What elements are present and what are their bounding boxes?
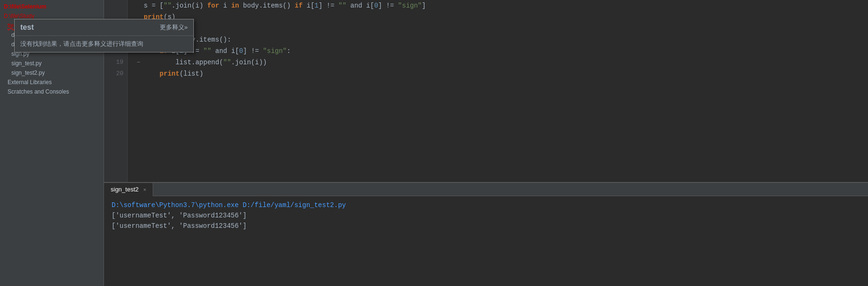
code-line-list-init: list = []: [135, 23, 860, 34]
bottom-tabs: sign_test2 ×: [104, 183, 868, 196]
dropdown-no-result: 没有找到结果，请点击更多释义进行详细查询: [20, 40, 143, 47]
main-container: D:\file\Selenium D:\file\Study ttest dat…: [0, 0, 868, 286]
tab-sign-test2-label: sign_test2: [111, 186, 139, 193]
fold-btn-19[interactable]: —: [135, 59, 142, 66]
dropdown-body: 没有找到结果，请点击更多释义进行详细查询: [15, 36, 193, 52]
code-line-19: — list.append("".join(i)): [135, 57, 860, 68]
sidebar-item-external-libraries[interactable]: External Libraries: [0, 78, 104, 87]
sidebar-item-sign-test-py[interactable]: sign_test.py: [0, 59, 104, 68]
dropdown-more-link[interactable]: 更多释义»: [160, 23, 188, 32]
code-content[interactable]: s = ["".join(i) for i in body.items() if…: [128, 0, 868, 182]
code-line-s: s = ["".join(i) for i in body.items() if…: [135, 0, 860, 11]
tab-sign-test2[interactable]: sign_test2 ×: [104, 183, 153, 196]
code-line-prints: print(s): [135, 11, 860, 23]
editor-area: 17 18 19 20 s = ["".join(i) for i in bod…: [104, 0, 868, 182]
sidebar: D:\file\Selenium D:\file\Study ttest dat…: [0, 0, 104, 286]
code-line-18: if i[1] != "" and i[0] != "sign":: [135, 45, 860, 57]
bottom-panel: sign_test2 × D:\software\Python3.7\pytho…: [104, 182, 868, 286]
terminal-output-2: ['usernameTest', 'Password123456']: [112, 222, 247, 230]
code-line-20: print(list): [135, 68, 860, 79]
terminal-line-3: ['usernameTest', 'Password123456']: [112, 221, 860, 231]
dropdown-popup: test 更多释义» 没有找到结果，请点击更多释义进行详细查询: [14, 19, 194, 52]
dropdown-title: test: [20, 23, 34, 32]
sidebar-item-selenium[interactable]: D:\file\Selenium: [0, 2, 104, 11]
code-line-17: ▽ for i in body.items():: [135, 34, 860, 45]
sidebar-item-scratches-consoles[interactable]: Scratches and Consoles: [0, 87, 104, 96]
terminal-line-1: D:\software\Python3.7\python.exe D:/file…: [112, 200, 860, 210]
dropdown-header: test 更多释义»: [15, 19, 193, 36]
terminal-content: D:\software\Python3.7\python.exe D:/file…: [104, 196, 868, 286]
terminal-line-2: ['usernameTest', 'Password123456']: [112, 210, 860, 221]
terminal-output-1: ['usernameTest', 'Password123456']: [112, 212, 247, 219]
code-container: 17 18 19 20 s = ["".join(i) for i in bod…: [104, 0, 868, 182]
tab-close-btn[interactable]: ×: [143, 187, 146, 192]
terminal-path: D:\software\Python3.7\python.exe D:/file…: [112, 201, 346, 209]
sidebar-item-sign-test2-py[interactable]: sign_test2.py: [0, 68, 104, 78]
